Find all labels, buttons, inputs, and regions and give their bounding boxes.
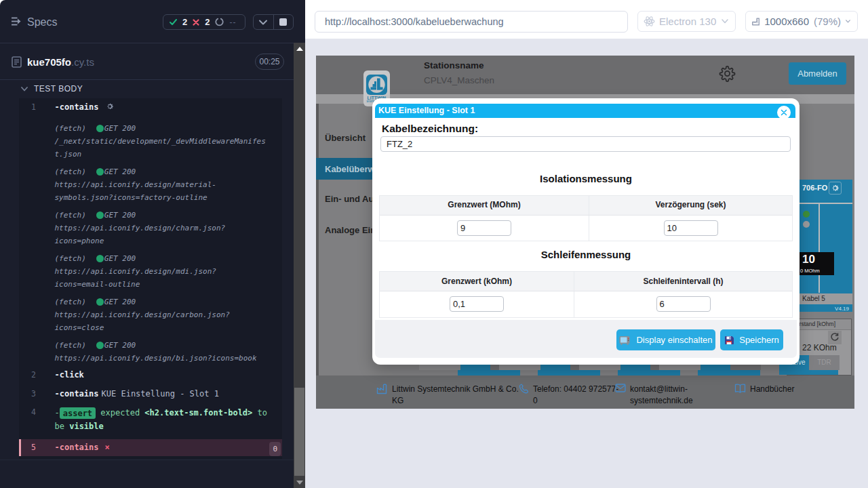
assert-text: to (258, 408, 267, 418)
xhr-status-dot (96, 342, 104, 349)
passed-count: 2 (182, 17, 187, 27)
assert-badge: assert (60, 407, 96, 419)
app-left-edge (316, 104, 319, 375)
reporter-scrollbar[interactable] (294, 43, 305, 488)
led-green (803, 211, 810, 218)
app-footer: Littwin Systemtechnik GmbH & Co. KG Tele… (316, 375, 854, 409)
xhr-status-dot (96, 255, 104, 262)
app-settings-gear-icon[interactable] (719, 65, 736, 82)
runner-controls (253, 14, 294, 30)
close-icon (781, 109, 787, 116)
xhr-log-entry[interactable]: (fetch)GET 200https://api.iconify.design… (19, 252, 282, 291)
viewport-ruler-icon (752, 16, 760, 27)
browser-label: Electron 130 (659, 16, 716, 27)
pending-count: -- (229, 18, 236, 27)
refresh-icon (830, 333, 840, 342)
command-name: -contains (55, 389, 99, 399)
phone-icon (519, 384, 529, 394)
footer-phone: Telefon: 04402 972577-0 (533, 384, 620, 406)
command-click[interactable]: 2-click (19, 369, 282, 382)
kue-settings-modal: KUE Einstellung - Slot 1 Kabelbezeichnun… (372, 98, 800, 365)
test-stats: 2 2 -- (163, 14, 245, 30)
xhr-url: https://api.iconify.design/carbon.json?i… (55, 310, 230, 332)
assert-text: <h2.text-sm.font-bold> (144, 408, 252, 418)
chevron-down-icon (21, 87, 28, 92)
xhr-prefix: (fetch) (55, 124, 86, 133)
schleifenintervall-input[interactable]: 6 (656, 296, 711, 312)
command-assert[interactable]: 4-assert expected <h2.text-sm.font-bold>… (19, 406, 282, 433)
xhr-log-entry[interactable]: (fetch)GET 200/_next/static/development/… (19, 122, 282, 161)
floppy-disk-icon (724, 336, 734, 345)
modal-close-button[interactable] (777, 106, 791, 119)
littwin-logo-icon (366, 75, 387, 95)
command-name: -click (55, 370, 84, 380)
save-button[interactable]: Speichern (720, 329, 783, 350)
schleifen-table: Grenzwert (kOhm) Schleifenintervall (h) … (379, 271, 793, 318)
command-number: 2 (19, 369, 36, 382)
specs-menu-icon[interactable] (12, 17, 22, 26)
display-on-button[interactable]: Display einschalten (616, 329, 715, 350)
test-body-section[interactable]: TEST BODY (21, 84, 83, 94)
command-options-icon (106, 102, 114, 110)
grenzwert-kohm-input[interactable]: 0,1 (450, 296, 504, 312)
command-contains[interactable]: 3-containsKUE Einstellung - Slot 1 (19, 388, 282, 401)
xhr-log-entry[interactable]: (fetch)GET 200https://api.iconify.design… (19, 339, 282, 365)
stop-button[interactable] (274, 15, 294, 29)
slot-version: V4.19 (835, 306, 849, 312)
tab-tdr[interactable]: TDR (809, 355, 840, 370)
isolation-heading: Isolationsmessung (372, 174, 800, 184)
factory-icon (376, 384, 388, 394)
xhr-prefix: (fetch) (55, 341, 86, 350)
command-contains-failed[interactable]: 5-contains×0 (19, 439, 282, 456)
tv-icon (619, 336, 631, 345)
browser-select[interactable]: Electron 130 (637, 11, 736, 32)
isolation-table: Grenzwert (MOhm) Verzögerung (sek) 9 10 (379, 195, 793, 241)
slot-settings-button[interactable] (829, 182, 842, 195)
failed-x-icon: × (105, 443, 110, 452)
failed-count-badge: 0 (269, 442, 281, 456)
collapse-button[interactable] (254, 15, 273, 29)
xhr-prefix: (fetch) (55, 254, 86, 263)
logout-button[interactable]: Abmelden (789, 62, 846, 85)
xhr-status: GET 200 (104, 167, 136, 176)
scroll-down-icon[interactable] (296, 481, 303, 485)
cable-name-input[interactable]: FTZ_2 (380, 136, 791, 152)
command-name: -contains (55, 102, 99, 112)
refresh-button[interactable] (828, 331, 842, 344)
grenzwert-mohm-input[interactable]: 9 (457, 220, 511, 236)
xhr-status-dot (96, 298, 104, 306)
nav-item-uebersicht[interactable]: Übersicht (325, 133, 366, 143)
chevron-down-icon (259, 20, 267, 25)
scrollbar-thumb[interactable] (294, 388, 304, 476)
xhr-status: GET 200 (104, 211, 136, 220)
url-input[interactable]: http://localhost:3000/kabelueberwachung (315, 11, 628, 33)
stop-icon (279, 18, 287, 26)
xhr-status-dot (96, 125, 104, 132)
chevron-down-icon (846, 19, 850, 24)
assert-text: be (55, 422, 64, 431)
command-args: KUE Einstellung - Slot 1 (102, 389, 219, 399)
xhr-log-entry[interactable]: (fetch)GET 200https://api.iconify.design… (19, 296, 282, 334)
email-icon (615, 384, 626, 392)
viewport-zoom: (79%) (814, 16, 841, 27)
viewport-select[interactable]: 1000x660 (79%) (745, 11, 858, 32)
command-number: 4 (19, 406, 36, 419)
xhr-log-entry[interactable]: (fetch)GET 200https://api.iconify.design… (19, 209, 282, 247)
xhr-prefix: (fetch) (55, 298, 86, 306)
xhr-url: https://api.iconify.design/mdi.json?icon… (55, 267, 216, 289)
slot-card-title: 706-FO (802, 184, 827, 192)
spec-file-name[interactable]: kue705fo.cy.ts (27, 56, 94, 68)
chevron-down-icon (722, 19, 728, 24)
specs-title[interactable]: Specs (27, 16, 57, 28)
passed-icon (170, 19, 177, 25)
command-contains[interactable]: 1-contains (19, 101, 282, 114)
verzoegerung-input[interactable]: 10 (664, 220, 718, 236)
failed-count: 2 (205, 17, 210, 27)
xhr-url: https://api.iconify.design/charm.json?ic… (55, 224, 226, 245)
gear-icon (831, 184, 840, 192)
xhr-log-entry[interactable]: (fetch)GET 200https://api.iconify.design… (19, 165, 282, 204)
column-header: Grenzwert (MOhm) (380, 196, 589, 215)
scroll-up-icon[interactable] (296, 47, 303, 51)
xhr-url: /_next/static/development/_devMiddleware… (55, 137, 266, 159)
cypress-reporter: Specs 2 2 -- kue705fo.cy.ts 00:25 (0, 0, 305, 488)
